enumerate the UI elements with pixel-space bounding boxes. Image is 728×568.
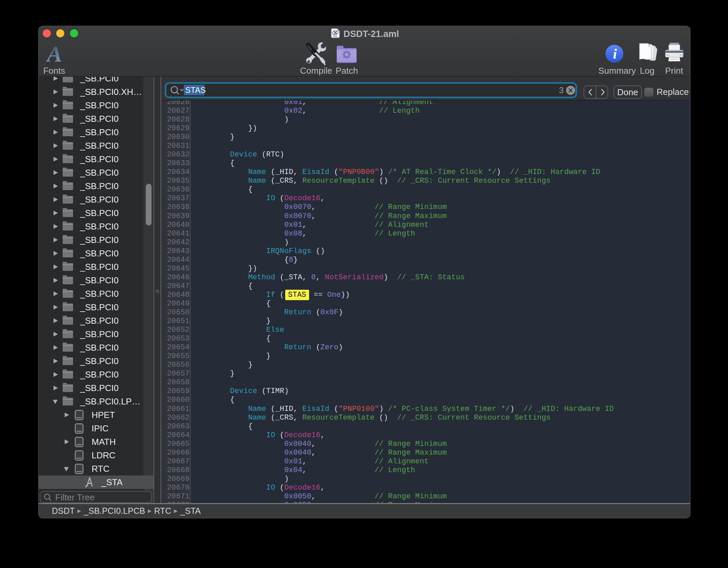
svg-text:i: i: [613, 46, 617, 62]
svg-text:AML: AML: [333, 35, 338, 37]
